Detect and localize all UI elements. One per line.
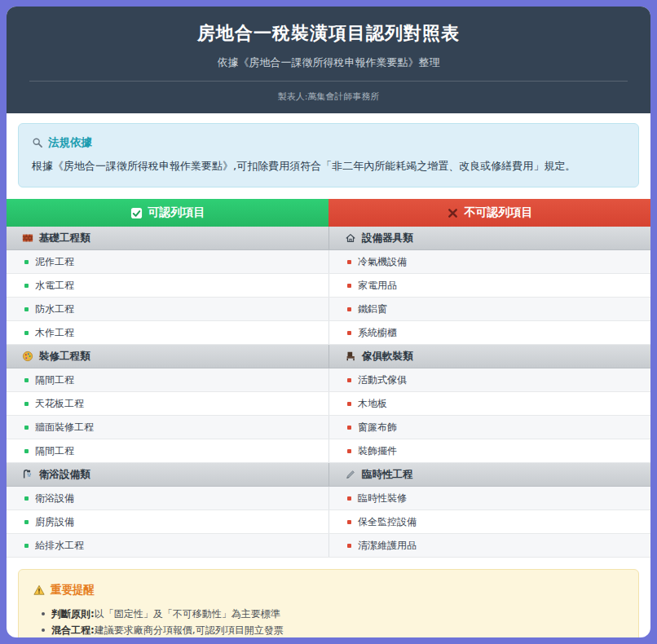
brick-icon (22, 232, 33, 244)
deductible-item: 隔間工程 (7, 439, 328, 462)
house-icon (345, 232, 356, 244)
bullet-dot-icon (42, 629, 45, 632)
non-deductible-column-label: 不可認列項目 (465, 205, 533, 220)
report-header: 房地合一稅裝潢項目認列對照表 依據《房地合一課徵所得稅申報作業要點》整理 製表人… (7, 7, 650, 113)
item-label: 廚房設備 (35, 515, 74, 529)
non-deductible-item: 裝飾擺件 (328, 439, 650, 462)
category-row: 衛浴設備類臨時性工程 (7, 463, 650, 487)
category-label: 裝修工程類 (39, 350, 90, 364)
category-label: 傢俱軟裝類 (362, 350, 413, 364)
item-label: 系統櫥櫃 (358, 326, 397, 340)
item-label: 鐵鋁窗 (358, 302, 387, 316)
category-row: 基礎工程類設備器具類 (7, 227, 650, 250)
cross-icon (447, 207, 459, 219)
item-label: 牆面裝修工程 (35, 421, 94, 434)
item-label: 裝飾擺件 (358, 444, 397, 458)
palette-icon (22, 351, 33, 362)
bullet-dot-icon (42, 612, 45, 615)
comparison-table: 可認列項目 不可認列項目 基礎工程類設備器具類泥作工程冷氣機設備水電工程家電用品… (7, 199, 650, 558)
item-label: 活動式傢俱 (358, 373, 407, 387)
non-deductible-item: 窗簾布飾 (328, 416, 650, 439)
red-bullet-icon (347, 449, 351, 453)
item-label: 給排水工程 (35, 539, 84, 553)
table-row: 泥作工程冷氣機設備 (7, 250, 650, 274)
non-deductible-category-2: 臨時性工程 (328, 463, 650, 486)
reminder-item-label: 判斷原則: (51, 608, 95, 620)
category-label: 設備器具類 (362, 232, 413, 245)
legal-basis-title-text: 法規依據 (48, 135, 92, 150)
report-card: 房地合一稅裝潢項目認列對照表 依據《房地合一課徵所得稅申報作業要點》整理 製表人… (7, 7, 650, 637)
legal-basis-box: 法規依據 根據《房地合一課徵所得稅申報作業要點》,可扣除費用須符合「非二年內所能… (18, 123, 639, 187)
item-label: 泥作工程 (35, 255, 74, 269)
reminder-item: 判斷原則:以「固定性」及「不可移動性」為主要標準 (42, 607, 624, 622)
red-bullet-icon (347, 307, 351, 311)
pencil-icon (345, 469, 356, 480)
non-deductible-item: 清潔維護用品 (328, 534, 650, 557)
table-row: 天花板工程木地板 (7, 392, 650, 416)
table-row: 給排水工程清潔維護用品 (7, 534, 650, 558)
non-deductible-item: 保全監控設備 (328, 510, 650, 533)
green-bullet-icon (24, 544, 29, 548)
red-bullet-icon (347, 260, 351, 264)
green-bullet-icon (24, 307, 29, 311)
reminder-item-text: 建議要求廠商分項報價,可認列項目開立發票 (95, 624, 284, 636)
warning-icon (33, 584, 45, 596)
magnifier-icon (32, 137, 43, 148)
important-reminder-box: 重要提醒 判斷原則:以「固定性」及「不可移動性」為主要標準混合工程:建議要求廠商… (18, 569, 639, 637)
red-bullet-icon (347, 426, 351, 430)
non-deductible-item: 系統櫥櫃 (328, 321, 650, 344)
item-label: 水電工程 (35, 279, 74, 293)
green-bullet-icon (24, 378, 29, 382)
item-label: 窗簾布飾 (358, 421, 397, 434)
item-label: 隔間工程 (35, 444, 74, 458)
non-deductible-item: 鐵鋁窗 (328, 298, 650, 320)
deductible-column-header: 可認列項目 (7, 199, 328, 227)
deductible-category-2: 衛浴設備類 (7, 463, 328, 486)
red-bullet-icon (347, 544, 351, 548)
green-bullet-icon (24, 449, 29, 453)
item-label: 冷氣機設備 (358, 255, 407, 269)
category-label: 基礎工程類 (39, 232, 90, 245)
deductible-column-label: 可認列項目 (148, 205, 205, 220)
green-bullet-icon (24, 426, 29, 430)
deductible-item: 水電工程 (7, 274, 328, 297)
category-label: 衛浴設備類 (39, 468, 90, 482)
red-bullet-icon (347, 378, 351, 382)
deductible-item: 牆面裝修工程 (7, 416, 328, 439)
green-bullet-icon (24, 331, 29, 335)
page-subtitle: 依據《房地合一課徵所得稅申報作業要點》整理 (7, 55, 650, 70)
table-row: 防水工程鐵鋁窗 (7, 298, 650, 321)
red-bullet-icon (347, 284, 351, 288)
table-body: 基礎工程類設備器具類泥作工程冷氣機設備水電工程家電用品防水工程鐵鋁窗木作工程系統… (7, 227, 650, 558)
table-row: 木作工程系統櫥櫃 (7, 321, 650, 345)
green-bullet-icon (24, 520, 29, 524)
green-bullet-icon (24, 260, 29, 264)
red-bullet-icon (347, 402, 351, 406)
item-label: 隔間工程 (35, 373, 74, 387)
page-title: 房地合一稅裝潢項目認列對照表 (7, 21, 650, 46)
table-row: 隔間工程活動式傢俱 (7, 368, 650, 392)
non-deductible-column-header: 不可認列項目 (328, 199, 650, 227)
green-bullet-icon (24, 496, 29, 501)
non-deductible-category-0: 設備器具類 (328, 227, 650, 249)
table-row: 水電工程家電用品 (7, 274, 650, 298)
non-deductible-item: 冷氣機設備 (328, 250, 650, 273)
deductible-category-0: 基礎工程類 (7, 227, 328, 249)
reminder-item: 混合工程:建議要求廠商分項報價,可認列項目開立發票 (42, 623, 624, 637)
red-bullet-icon (347, 520, 351, 524)
non-deductible-item: 家電用品 (328, 274, 650, 297)
deductible-category-1: 裝修工程類 (7, 345, 328, 368)
table-row: 廚房設備保全監控設備 (7, 510, 650, 534)
deductible-item: 給排水工程 (7, 534, 328, 557)
deductible-item: 泥作工程 (7, 250, 328, 273)
legal-basis-title: 法規依據 (32, 135, 625, 150)
item-label: 木地板 (358, 397, 387, 411)
item-label: 防水工程 (35, 302, 74, 316)
table-row: 牆面裝修工程窗簾布飾 (7, 416, 650, 439)
green-bullet-icon (24, 402, 29, 406)
deductible-item: 木作工程 (7, 321, 328, 344)
table-row: 衛浴設備臨時性裝修 (7, 487, 650, 510)
green-bullet-icon (24, 284, 29, 288)
item-label: 保全監控設備 (358, 515, 417, 529)
important-reminder-title: 重要提醒 (33, 583, 624, 598)
